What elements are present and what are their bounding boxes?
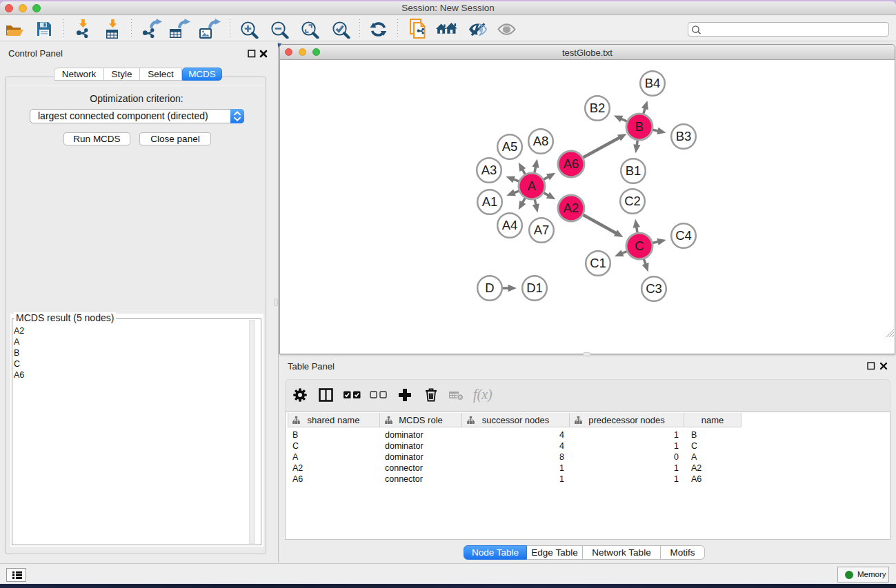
svg-text:A6: A6: [564, 156, 579, 171]
svg-text:B4: B4: [645, 76, 661, 90]
svg-text:D: D: [485, 281, 494, 295]
svg-text:A: A: [528, 179, 537, 193]
svg-text:C3: C3: [646, 281, 662, 296]
svg-text:A2: A2: [564, 201, 579, 215]
svg-text:B2: B2: [590, 101, 606, 115]
svg-text:D1: D1: [526, 281, 543, 295]
svg-text:C: C: [635, 239, 644, 253]
svg-text:A3: A3: [481, 163, 497, 177]
svg-text:B1: B1: [626, 163, 641, 178]
svg-text:C4: C4: [675, 228, 692, 243]
svg-text:A8: A8: [533, 134, 549, 148]
svg-text:A4: A4: [502, 218, 518, 232]
svg-text:B3: B3: [676, 129, 692, 143]
svg-text:A7: A7: [534, 223, 550, 237]
svg-text:A5: A5: [502, 139, 518, 154]
svg-text:C2: C2: [624, 194, 641, 208]
svg-text:A1: A1: [482, 194, 498, 209]
svg-text:C1: C1: [590, 256, 606, 270]
svg-text:B: B: [635, 119, 644, 134]
